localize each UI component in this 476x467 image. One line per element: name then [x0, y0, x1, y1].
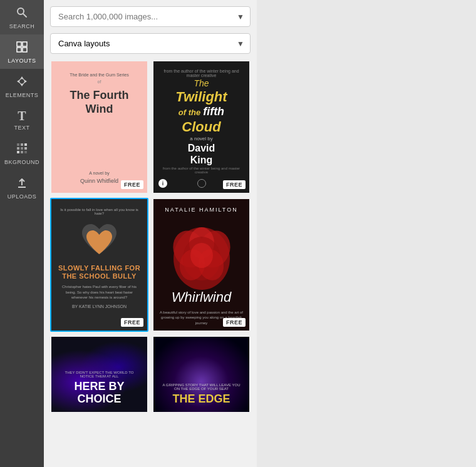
- template-card-here-by-choice[interactable]: THEY DIDN'T EXPECT THE WORLD TO NOTICE T…: [50, 336, 148, 413]
- svg-point-28: [190, 243, 213, 268]
- template-card-twilight[interactable]: from the author of the winter being and …: [152, 60, 251, 194]
- main-panel: ▼ Canva layouts My layouts Team layouts …: [44, 0, 257, 467]
- card4-title: Whirlwind: [153, 289, 249, 305]
- card4-free-badge: FREE: [223, 318, 246, 327]
- sidebar-item-elements[interactable]: ELEMENTS: [0, 69, 44, 103]
- sidebar-item-label-layouts: LAYOUTS: [8, 58, 36, 64]
- card3-author: BY KATIE LYNN JOHNSON: [72, 304, 127, 309]
- svg-rect-2: [17, 42, 21, 46]
- template-grid: The Bride and the Gum Series of The Four…: [50, 60, 251, 413]
- svg-rect-17: [21, 151, 23, 153]
- svg-rect-18: [24, 151, 27, 153]
- sidebar-item-uploads[interactable]: UPLOADS: [0, 170, 44, 205]
- card1-author: Quinn Whitfield: [80, 178, 118, 184]
- canvas-area: [257, 0, 476, 467]
- card2-free-badge: FREE: [223, 180, 246, 189]
- card5-subtitle: THEY DIDN'T EXPECT THE WORLD TO NOTICE T…: [58, 371, 141, 378]
- search-input[interactable]: [50, 6, 251, 27]
- card2-info-icon: i: [158, 179, 167, 188]
- text-icon: T: [18, 110, 26, 122]
- card1-free-badge: FREE: [121, 180, 143, 189]
- elements-icon: [16, 75, 28, 90]
- background-icon: [16, 142, 28, 157]
- sidebar: SEARCH LAYOUTS ELEMENTS T TEXT: [0, 0, 44, 467]
- card3-title: SLOWLY FALLING FOR THE SCHOOL BULLY: [58, 264, 141, 280]
- svg-rect-14: [21, 147, 23, 150]
- sidebar-item-label-background: BKGROUND: [4, 159, 39, 165]
- heart-icon: [79, 222, 120, 259]
- template-card-the-edge[interactable]: A GRIPPING STORY THAT WILL LEAVE YOU ON …: [152, 336, 251, 413]
- card3-question: Is it possible to fall in love when all …: [58, 208, 141, 215]
- uploads-icon: [16, 177, 28, 191]
- sidebar-item-label-uploads: UPLOADS: [8, 193, 37, 200]
- svg-rect-3: [23, 42, 27, 46]
- card5-title: HERE BY CHOICE: [58, 381, 141, 406]
- sidebar-item-search[interactable]: SEARCH: [0, 0, 44, 34]
- sidebar-item-label-search: SEARCH: [9, 23, 35, 29]
- svg-rect-13: [17, 147, 19, 150]
- sidebar-item-background[interactable]: BKGROUND: [0, 136, 44, 170]
- card6-title: THE EDGE: [172, 393, 230, 406]
- svg-rect-5: [23, 48, 27, 52]
- sidebar-item-text[interactable]: T TEXT: [0, 103, 44, 136]
- search-icon: [16, 6, 28, 21]
- sidebar-item-label-elements: ELEMENTS: [6, 92, 39, 98]
- card2-bottom: from the author of the winter being and …: [160, 167, 243, 174]
- template-card-school-bully[interactable]: Is it possible to fall in love when all …: [50, 198, 148, 332]
- card2-circle: [197, 179, 206, 188]
- layout-select[interactable]: Canva layouts My layouts Team layouts: [50, 33, 251, 54]
- card1-subtitle: The Bride and the Gum Series: [70, 73, 129, 77]
- svg-rect-11: [21, 143, 23, 146]
- svg-rect-16: [17, 151, 19, 153]
- svg-rect-10: [17, 143, 19, 146]
- layout-dropdown: Canva layouts My layouts Team layouts ▼: [50, 33, 251, 54]
- search-bar: ▼: [50, 6, 251, 27]
- card3-description: Christopher hates Paul with every fiber …: [58, 284, 141, 300]
- card2-novel: a novel by: [190, 136, 212, 141]
- card6-subtitle: A GRIPPING STORY THAT WILL LEAVE YOU ON …: [160, 383, 243, 391]
- card2-title: The Twilight of the fifth Cloud: [175, 78, 227, 135]
- card1-novel: A novel by: [89, 171, 109, 175]
- sidebar-item-layouts[interactable]: LAYOUTS: [0, 34, 44, 69]
- svg-rect-4: [17, 48, 21, 52]
- sidebar-item-label-text: TEXT: [14, 125, 29, 131]
- template-card-fourth-wind[interactable]: The Bride and the Gum Series of The Four…: [50, 60, 148, 194]
- card1-of: of: [98, 80, 101, 84]
- layouts-icon: [16, 41, 28, 55]
- card2-top: from the author of the winter being and …: [160, 69, 243, 78]
- svg-marker-8: [17, 79, 21, 84]
- grid-container: The Bride and the Gum Series of The Four…: [44, 60, 257, 467]
- card3-free-badge: FREE: [121, 318, 143, 327]
- card1-title: The Fourth Wind: [60, 89, 138, 116]
- svg-rect-15: [24, 147, 27, 150]
- card2-author: DavidKing: [188, 142, 215, 166]
- svg-rect-12: [24, 143, 27, 146]
- card4-author: NATALIE HAMILTON: [165, 207, 237, 213]
- template-card-whirlwind[interactable]: NATALIE HAMILTON: [152, 198, 251, 332]
- svg-marker-9: [23, 79, 27, 84]
- svg-line-1: [23, 14, 26, 17]
